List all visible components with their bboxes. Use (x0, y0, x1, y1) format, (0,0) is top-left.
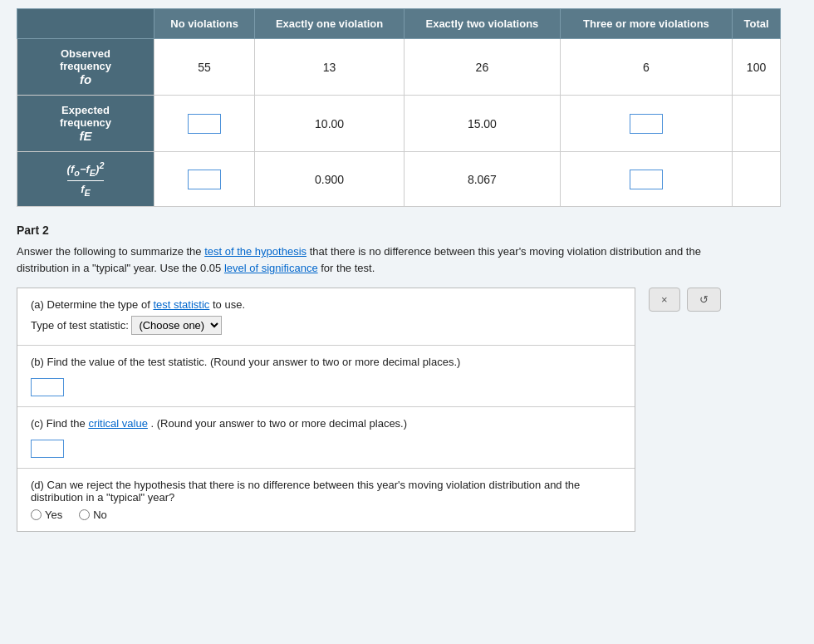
section-b: (b) Find the value of the test statistic… (17, 346, 635, 407)
section-a: (a) Determine the type of test statistic… (17, 288, 635, 346)
test-statistic-value-input[interactable] (31, 378, 64, 396)
part2-section: Part 2 Answer the following to summarize… (17, 224, 797, 532)
part2-layout: (a) Determine the type of test statistic… (17, 288, 797, 532)
formula-col4-cell (560, 152, 732, 207)
formula-total (733, 152, 781, 207)
formula-col1-cell (154, 152, 255, 207)
section-a-select-row: Type of test statistic: (Choose one) Chi… (31, 316, 621, 335)
observed-col3: 26 (405, 39, 561, 96)
header-no-violations: No violations (154, 9, 255, 39)
close-button[interactable]: × (649, 288, 680, 312)
stats-table: No violations Exactly one violation Exac… (17, 8, 781, 207)
test-statistic-link-a[interactable]: test statistic (153, 298, 209, 311)
observed-col2: 13 (255, 39, 405, 96)
expected-col1-cell (154, 96, 255, 152)
radio-yes-label[interactable]: Yes (31, 509, 62, 521)
expected-col2: 10.00 (255, 96, 405, 152)
expected-total (733, 96, 781, 152)
formula-col2: 0.900 (255, 152, 405, 207)
side-buttons: × ↺ (649, 288, 721, 312)
expected-col3: 15.00 (405, 96, 561, 152)
header-one-violation: Exactly one violation (255, 9, 405, 39)
observed-row-header: Observed frequency fo (17, 39, 154, 96)
observed-total: 100 (733, 39, 781, 96)
radio-no-label[interactable]: No (79, 509, 107, 521)
formula-row-header: (fo−fE)2 fE (17, 152, 154, 207)
header-three-more: Three or more violations (560, 9, 732, 39)
answer-box: (a) Determine the type of test statistic… (17, 288, 635, 532)
reset-button[interactable]: ↺ (687, 288, 721, 312)
header-two-violations: Exactly two violations (405, 9, 561, 39)
expected-col4-input[interactable] (630, 114, 663, 134)
part2-title: Part 2 (17, 224, 797, 237)
observed-col4: 6 (560, 39, 732, 96)
test-hypothesis-link[interactable]: test of the hypothesis (204, 245, 306, 258)
expected-row-header: Expected frequency fE (17, 96, 154, 152)
critical-value-input[interactable] (31, 440, 64, 458)
observed-col1: 55 (154, 39, 255, 96)
section-d-radio-group: Yes No (31, 509, 621, 521)
section-a-label: (a) Determine the type of test statistic… (31, 298, 621, 311)
expected-col4-cell (560, 96, 732, 152)
empty-header (17, 9, 154, 39)
expected-col1-input[interactable] (188, 114, 221, 134)
section-b-label: (b) Find the value of the test statistic… (31, 356, 621, 368)
critical-value-link[interactable]: critical value (88, 417, 148, 430)
formula-col1-input[interactable] (188, 170, 221, 189)
formula-col4-input[interactable] (630, 170, 663, 189)
header-total: Total (733, 9, 781, 39)
section-d-label: (d) Can we reject the hypothesis that th… (31, 479, 621, 504)
radio-no[interactable] (79, 509, 90, 520)
level-significance-link[interactable]: level of significance (224, 262, 318, 274)
formula-col3: 8.067 (405, 152, 561, 207)
test-statistic-select[interactable]: (Choose one) Chi-square t z F (131, 316, 222, 335)
section-c: (c) Find the critical value . (Round you… (17, 407, 635, 469)
section-c-label: (c) Find the critical value . (Round you… (31, 417, 621, 430)
section-d: (d) Can we reject the hypothesis that th… (17, 469, 635, 531)
radio-yes[interactable] (31, 509, 42, 520)
part2-description: Answer the following to summarize the te… (17, 243, 797, 276)
